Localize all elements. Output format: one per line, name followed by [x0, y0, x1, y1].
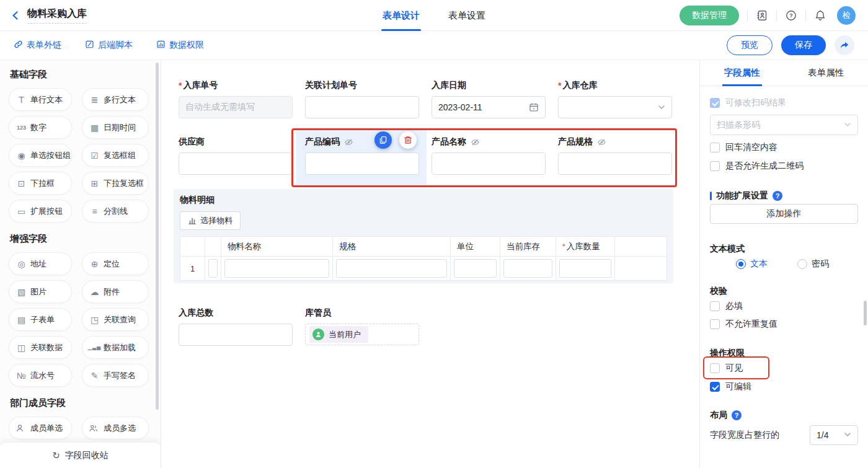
subform-column-header — [615, 237, 666, 257]
subform-cell-input[interactable] — [559, 259, 611, 278]
field-item-radio-group[interactable]: ◉单选按钮组 — [9, 144, 72, 167]
product-spec-input[interactable] — [558, 152, 672, 175]
field-receipt-no[interactable]: *入库单号 自动生成无需填写 — [179, 79, 293, 118]
option-no-duplicate[interactable]: 不允许重复值 — [710, 317, 858, 331]
field-product-name[interactable]: 产品名称 — [432, 136, 546, 175]
scan-result-option[interactable]: 可修改扫码结果 — [710, 96, 858, 110]
field-item-multi-line-text[interactable]: ≣多行文本 — [82, 88, 149, 111]
scan-type-select[interactable]: 扫描条形码 — [710, 115, 858, 135]
subform-cell-input[interactable] — [454, 259, 497, 278]
option-editable[interactable]: 可编辑 — [710, 380, 858, 394]
warehouse-select[interactable] — [558, 96, 672, 118]
receipt-no-input[interactable]: 自动生成无需填写 — [179, 96, 293, 118]
field-item-attachment[interactable]: ☁附件 — [82, 280, 149, 303]
field-plan-no[interactable]: 关联计划单号 — [305, 79, 419, 118]
add-action-button[interactable]: 添加操作 — [710, 204, 858, 224]
field-item-select[interactable]: ⊡下拉框 — [9, 172, 72, 195]
supplier-input[interactable] — [179, 152, 293, 175]
help-icon[interactable]: ? — [732, 410, 742, 420]
field-warehouse[interactable]: *入库仓库 — [558, 79, 672, 118]
avatar[interactable]: 检 — [837, 6, 856, 25]
data-manage-button[interactable]: 数据管理 — [680, 6, 739, 25]
field-item-datetime[interactable]: ▦日期时间 — [82, 116, 149, 139]
keeper-input[interactable]: 当前用户 — [305, 324, 419, 345]
delete-field-button[interactable] — [399, 131, 417, 149]
field-item-address[interactable]: ◎地址 — [9, 252, 72, 275]
field-item-linked-data[interactable]: ◫关联数据 — [9, 336, 72, 359]
tab-form-design[interactable]: 表单设计 — [383, 0, 420, 31]
help-icon[interactable]: ? — [773, 191, 782, 201]
product-name-input[interactable] — [432, 152, 546, 175]
tab-form-properties[interactable]: 表单属性 — [784, 60, 868, 86]
option-label: 不允许重复值 — [725, 319, 777, 330]
form-title[interactable]: 物料采购入库 — [27, 7, 87, 24]
data-permission-link[interactable]: 数据权限 — [156, 40, 204, 51]
checkbox-unchecked[interactable] — [710, 363, 720, 373]
field-item-number[interactable]: 123数字 — [9, 116, 72, 139]
field-width-select[interactable]: 1/4 — [810, 425, 858, 445]
save-button[interactable]: 保存 — [781, 35, 826, 55]
field-item-image[interactable]: ▧图片 — [9, 280, 72, 303]
subform-cell-input[interactable] — [503, 259, 552, 278]
checkbox-checked-disabled[interactable] — [710, 98, 720, 108]
field-item-subform[interactable]: ▤子表单 — [9, 308, 72, 331]
option-visible[interactable]: 可见 — [710, 361, 858, 375]
share-button[interactable] — [835, 35, 854, 55]
option-clear-on-enter[interactable]: 回车清空内容 — [710, 141, 858, 154]
field-supplier[interactable]: 供应商 — [179, 136, 293, 175]
field-item-label: 分割线 — [104, 206, 128, 217]
field-product-spec[interactable]: 产品规格 — [558, 136, 672, 175]
location-icon: ⊕ — [89, 259, 104, 269]
field-item-checkbox-group[interactable]: ☑复选框组 — [82, 144, 149, 167]
field-item-single-line-text[interactable]: T单行文本 — [9, 88, 72, 111]
checkbox-unchecked[interactable] — [710, 319, 720, 329]
subform-cell-input[interactable] — [224, 259, 329, 278]
total-input[interactable] — [179, 324, 293, 346]
checkbox-unchecked[interactable] — [710, 301, 720, 311]
inbound-date-input[interactable]: 2023-02-11 7 — [432, 96, 546, 118]
checkbox-checked[interactable] — [710, 382, 720, 392]
tab-field-properties[interactable]: 字段属性 — [700, 60, 784, 86]
option-allow-qrcode[interactable]: 是否允许生成二维码 — [710, 159, 858, 173]
form-external-link[interactable]: 表单外链 — [14, 40, 61, 51]
field-item-users[interactable]: 成员多选 — [82, 417, 149, 439]
checkbox-group-icon: ☑ — [89, 151, 104, 161]
subform-section[interactable]: 物料明细 选择物料 1物料名称规格单位当前库存*入库数量 — [174, 189, 673, 283]
panel-scrollbar[interactable] — [864, 301, 867, 325]
field-inbound-date[interactable]: 入库日期 2023-02-11 7 — [432, 79, 546, 118]
checkbox-unchecked[interactable] — [710, 161, 720, 171]
field-item-divider[interactable]: ≡分割线 — [82, 200, 149, 223]
field-item-extend-button[interactable]: ▭扩展按钮 — [9, 200, 72, 223]
radio-selected[interactable] — [736, 259, 746, 269]
radio-option-password[interactable]: 密码 — [797, 258, 829, 270]
field-total[interactable]: 入库总数 — [179, 307, 293, 346]
field-item-data-load[interactable]: ▁▃▅数据加载 — [82, 336, 149, 359]
field-item-multi-select[interactable]: ⊞下拉复选框 — [82, 172, 149, 195]
select-material-button[interactable]: 选择物料 — [180, 211, 241, 230]
back-button[interactable] — [10, 10, 21, 21]
product-code-input[interactable] — [305, 152, 419, 175]
tab-form-settings[interactable]: 表单设置 — [448, 0, 485, 31]
subform-cell-input[interactable] — [208, 259, 218, 278]
bell-icon[interactable] — [814, 9, 826, 22]
contacts-icon[interactable] — [756, 9, 768, 22]
help-icon[interactable]: ? — [785, 9, 797, 22]
field-item-signature[interactable]: ✎手写签名 — [82, 364, 149, 387]
radio-unselected[interactable] — [797, 259, 807, 269]
recycle-bin-button[interactable]: ↻ 字段回收站 — [0, 442, 161, 468]
backend-script-link[interactable]: 后端脚本 — [85, 40, 133, 51]
plan-no-input[interactable] — [305, 96, 419, 118]
option-required[interactable]: 必填 — [710, 299, 858, 313]
checkbox-unchecked[interactable] — [710, 143, 720, 152]
sidebar-scrollbar[interactable] — [156, 63, 159, 410]
field-item-serial-number[interactable]: №流水号 — [9, 364, 72, 387]
preview-button[interactable]: 预览 — [727, 35, 773, 55]
radio-option-text[interactable]: 文本 — [736, 258, 768, 270]
field-item-linked-query[interactable]: ◳关联查询 — [82, 308, 149, 331]
field-item-user[interactable]: 成员单选 — [9, 417, 72, 439]
subform-cell-input[interactable] — [336, 259, 447, 278]
field-item-location[interactable]: ⊕定位 — [82, 252, 149, 275]
copy-field-button[interactable] — [374, 131, 392, 149]
column-label: 当前库存 — [507, 241, 540, 252]
field-keeper[interactable]: 库管员 当前用户 — [305, 307, 419, 345]
